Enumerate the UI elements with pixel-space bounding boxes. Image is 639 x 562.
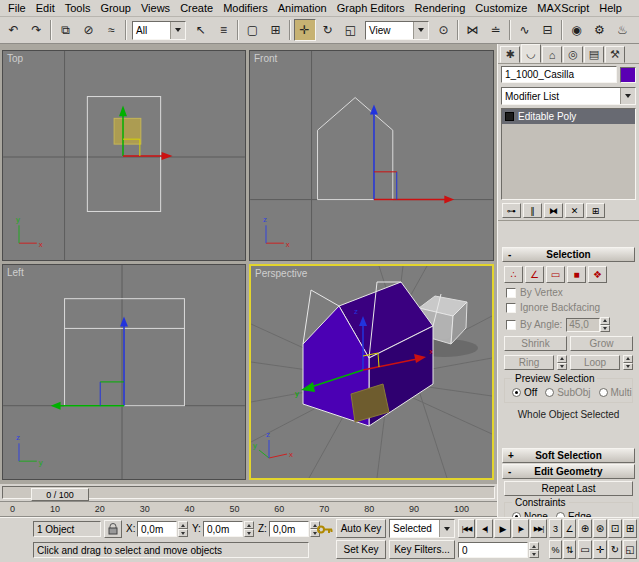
viewport-left[interactable]: Left y z <box>2 264 246 480</box>
zoom-region-icon[interactable]: ▭ <box>578 540 592 559</box>
track-bar[interactable]: 0 10 20 30 40 50 60 70 80 90 100 <box>0 501 497 517</box>
menu-file[interactable]: File <box>3 1 31 15</box>
shrink-button[interactable]: Shrink <box>504 336 567 351</box>
left-viewport-canvas[interactable]: y z <box>3 265 245 479</box>
dropdown-arrow-icon[interactable] <box>620 88 635 104</box>
z-coord-field[interactable]: 0,0m <box>269 521 309 537</box>
border-mode-icon[interactable]: ▭ <box>546 266 565 283</box>
viewport-perspective-label[interactable]: Perspective <box>255 268 307 279</box>
front-viewport-canvas[interactable]: x z <box>250 51 493 260</box>
menu-help[interactable]: Help <box>594 1 627 15</box>
use-pivot-center-icon[interactable]: ⊙ <box>433 19 455 41</box>
min-max-toggle-icon[interactable]: ◱ <box>623 540 637 559</box>
menu-animation[interactable]: Animation <box>273 1 332 15</box>
viewport-top[interactable]: Top x y <box>2 50 246 261</box>
select-and-move-icon[interactable]: ✛ <box>294 19 316 41</box>
object-name-field[interactable]: 1_1000_Casilla <box>501 66 617 83</box>
current-frame-field[interactable]: 0 <box>458 542 528 558</box>
pan-icon[interactable]: ✛ <box>593 540 607 559</box>
selection-rollout-header[interactable]: - Selection <box>502 247 635 262</box>
zoom-extents-icon[interactable]: ⊡ <box>608 519 622 538</box>
time-slider-track[interactable]: 0 / 100 <box>2 486 495 499</box>
stack-item-editable-poly[interactable]: Editable Poly <box>502 109 635 124</box>
y-coord-spinner[interactable] <box>244 521 254 537</box>
set-key-mode-icon[interactable] <box>317 524 333 535</box>
menu-group[interactable]: Group <box>95 1 136 15</box>
align-icon[interactable]: ≐ <box>485 19 507 41</box>
snap-3d-icon[interactable]: 3 <box>549 519 562 538</box>
next-frame-icon[interactable]: |▶ <box>512 519 529 538</box>
loop-spinner[interactable] <box>623 355 633 370</box>
curve-editor-icon[interactable]: ∿ <box>514 19 536 41</box>
polygon-mode-icon[interactable]: ■ <box>567 266 586 283</box>
unlink-selection-icon[interactable]: ⊘ <box>78 19 100 41</box>
modifier-onoff-icon[interactable] <box>505 112 514 121</box>
select-object-icon[interactable]: ↖ <box>190 19 212 41</box>
menu-edit[interactable]: Edit <box>31 1 60 15</box>
perspective-viewport-canvas[interactable]: x y z x y z <box>251 266 492 478</box>
set-key-button[interactable]: Set Key <box>336 540 386 559</box>
menu-create[interactable]: Create <box>175 1 218 15</box>
menu-graph-editors[interactable]: Graph Editors <box>332 1 410 15</box>
show-end-result-icon[interactable]: ∥ <box>523 203 542 218</box>
go-to-end-icon[interactable]: ▶▶| <box>530 519 547 538</box>
viewport-top-label[interactable]: Top <box>7 53 23 64</box>
menu-customize[interactable]: Customize <box>470 1 532 15</box>
menu-rendering[interactable]: Rendering <box>410 1 471 15</box>
menu-maxscript[interactable]: MAXScript <box>532 1 594 15</box>
dropdown-arrow-icon[interactable] <box>170 22 185 39</box>
frame-spinner[interactable] <box>529 542 539 558</box>
tab-display[interactable]: ▤ <box>584 46 604 63</box>
go-to-start-icon[interactable]: |◀◀ <box>458 519 475 538</box>
ring-spinner[interactable] <box>557 355 567 370</box>
viewport-perspective[interactable]: Perspective <box>249 264 494 480</box>
by-angle-spinner[interactable] <box>600 317 610 332</box>
render-setup-icon[interactable]: ⚙ <box>589 19 611 41</box>
top-viewport-canvas[interactable]: x y <box>3 51 245 260</box>
selection-filter-dropdown[interactable]: All <box>132 21 186 40</box>
zoom-all-icon[interactable]: ⊛ <box>593 519 607 538</box>
viewport-front[interactable]: Front x z <box>249 50 494 261</box>
rectangular-selection-region-icon[interactable]: ▢ <box>242 19 264 41</box>
soft-selection-rollout-header[interactable]: + Soft Selection <box>502 448 635 463</box>
window-crossing-icon[interactable]: ⊞ <box>265 19 287 41</box>
reference-coordinate-dropdown[interactable]: View <box>365 21 429 40</box>
y-coord-field[interactable]: 0,0m <box>203 521 243 537</box>
spinner-snap-icon[interactable]: ⇅ <box>563 540 576 559</box>
quick-render-icon[interactable]: ♨ <box>612 19 634 41</box>
redo-icon[interactable]: ↷ <box>26 19 48 41</box>
time-slider-handle[interactable]: 0 / 100 <box>31 488 89 501</box>
tab-modify[interactable]: ◡ <box>521 44 541 63</box>
material-editor-icon[interactable]: ◉ <box>566 19 588 41</box>
viewport-front-label[interactable]: Front <box>254 53 277 64</box>
select-and-link-icon[interactable]: ⧉ <box>55 19 77 41</box>
repeat-last-button[interactable]: Repeat Last <box>504 481 633 496</box>
dropdown-arrow-icon[interactable] <box>413 22 428 39</box>
by-vertex-checkbox[interactable] <box>506 288 516 298</box>
key-mode-dropdown[interactable]: Selected <box>389 519 455 538</box>
edit-geometry-rollout-header[interactable]: - Edit Geometry <box>502 464 635 479</box>
schematic-view-icon[interactable]: ⊟ <box>537 19 559 41</box>
by-angle-checkbox[interactable] <box>506 320 516 330</box>
make-unique-icon[interactable]: ⧓ <box>544 203 563 218</box>
bind-to-spacewarp-icon[interactable]: ≈ <box>101 19 123 41</box>
pin-stack-icon[interactable]: ⊶ <box>502 203 521 218</box>
tab-utilities[interactable]: ⚒ <box>605 46 625 63</box>
preview-off-radio[interactable]: Off <box>512 387 537 398</box>
grow-button[interactable]: Grow <box>570 336 633 351</box>
modifier-stack[interactable]: Editable Poly <box>501 108 636 200</box>
tab-create[interactable]: ✱ <box>500 46 520 63</box>
select-and-scale-icon[interactable]: ◱ <box>340 19 362 41</box>
configure-modifier-sets-icon[interactable]: ⊞ <box>586 203 605 218</box>
key-filters-button[interactable]: Key Filters... <box>389 540 455 559</box>
by-angle-field[interactable]: 45,0 <box>566 318 600 332</box>
play-icon[interactable]: ▶ <box>494 519 511 538</box>
ignore-backfacing-checkbox[interactable] <box>506 303 516 313</box>
viewport-left-label[interactable]: Left <box>7 267 24 278</box>
mirror-icon[interactable]: ⋈ <box>462 19 484 41</box>
x-coord-spinner[interactable] <box>178 521 188 537</box>
tab-hierarchy[interactable]: ⌂ <box>542 46 562 63</box>
angle-snap-icon[interactable]: ∠ <box>563 519 576 538</box>
object-color-swatch[interactable] <box>620 67 636 83</box>
previous-frame-icon[interactable]: ◀| <box>476 519 493 538</box>
